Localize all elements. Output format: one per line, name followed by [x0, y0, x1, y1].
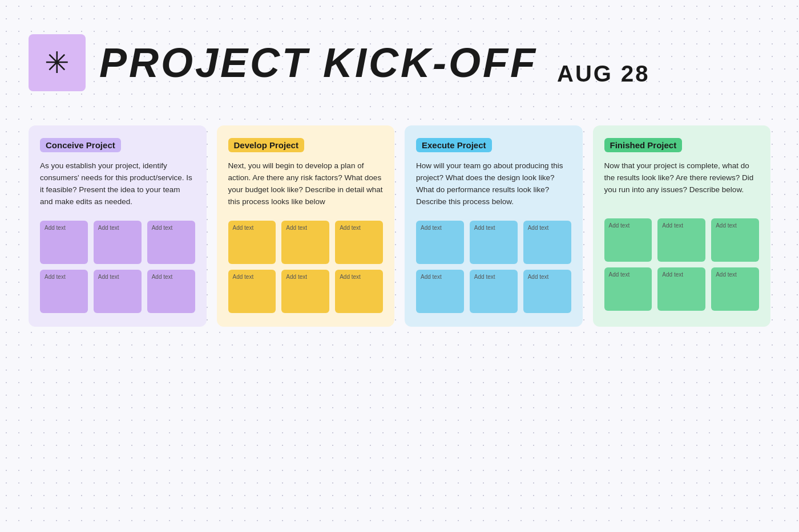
column-execute-header: Execute Project [416, 138, 492, 152]
note[interactable]: Add text [523, 270, 571, 313]
note-label: Add text [609, 222, 648, 229]
note[interactable]: Add text [416, 270, 464, 313]
note-label: Add text [233, 274, 272, 280]
note[interactable]: Add text [523, 221, 571, 264]
note[interactable]: Add text [147, 221, 195, 264]
note[interactable]: Add text [657, 218, 705, 262]
note[interactable]: Add text [335, 221, 383, 264]
note-label: Add text [98, 274, 137, 280]
column-conceive: Conceive Project As you establish your p… [29, 125, 207, 327]
column-execute-notes: Add text Add text Add text Add text Add … [416, 221, 571, 313]
star-icon: ✳ [45, 48, 70, 78]
column-conceive-description: As you establish your project, identify … [40, 160, 195, 208]
note-label: Add text [609, 271, 648, 278]
note-label: Add text [421, 225, 459, 231]
note-label: Add text [98, 225, 137, 231]
note[interactable]: Add text [604, 218, 652, 262]
note-label: Add text [340, 274, 378, 280]
note-label: Add text [474, 274, 513, 280]
note-label: Add text [286, 274, 325, 280]
note[interactable]: Add text [281, 221, 329, 264]
note-label: Add text [152, 225, 191, 231]
note[interactable]: Add text [470, 270, 518, 313]
note[interactable]: Add text [711, 267, 759, 311]
column-develop-notes: Add text Add text Add text Add text Add … [228, 221, 384, 313]
note-label: Add text [662, 222, 701, 229]
note[interactable]: Add text [147, 270, 195, 313]
column-conceive-header: Conceive Project [40, 138, 121, 152]
note-label: Add text [152, 274, 191, 280]
column-execute: Execute Project How will your team go ab… [405, 125, 583, 327]
note[interactable]: Add text [604, 267, 652, 311]
note-label: Add text [528, 274, 567, 280]
note-label: Add text [474, 225, 513, 231]
header-date: AUG 28 [557, 61, 650, 91]
columns-grid: Conceive Project As you establish your p… [29, 125, 770, 327]
column-develop-header: Develop Project [228, 138, 304, 152]
note[interactable]: Add text [470, 221, 518, 264]
note-label: Add text [716, 271, 754, 278]
page-title: PROJECT KICK-OFF [99, 39, 538, 86]
star-box: ✳ [29, 34, 86, 91]
note-label: Add text [286, 225, 325, 231]
note[interactable]: Add text [416, 221, 464, 264]
note-label: Add text [340, 225, 378, 231]
note[interactable]: Add text [40, 221, 88, 264]
column-finished-header: Finished Project [604, 138, 683, 152]
column-finished: Finished Project Now that your project i… [593, 125, 771, 327]
note[interactable]: Add text [94, 270, 142, 313]
note-label: Add text [662, 271, 701, 278]
note[interactable]: Add text [94, 221, 142, 264]
note-label: Add text [45, 225, 83, 231]
note[interactable]: Add text [228, 270, 276, 313]
column-conceive-notes: Add text Add text Add text Add text Add … [40, 221, 195, 313]
column-finished-description: Now that your project is complete, what … [604, 160, 760, 206]
note-label: Add text [233, 225, 272, 231]
header: ✳ PROJECT KICK-OFF AUG 28 [29, 23, 770, 103]
page-wrapper: ✳ PROJECT KICK-OFF AUG 28 Conceive Proje… [0, 0, 799, 350]
note[interactable]: Add text [657, 267, 705, 311]
note-label: Add text [421, 274, 459, 280]
note-label: Add text [716, 222, 754, 229]
column-execute-description: How will your team go about producing th… [416, 160, 571, 208]
note[interactable]: Add text [335, 270, 383, 313]
column-develop-description: Next, you will begin to develop a plan o… [228, 160, 384, 208]
note[interactable]: Add text [281, 270, 329, 313]
note[interactable]: Add text [711, 218, 759, 262]
note[interactable]: Add text [228, 221, 276, 264]
note-label: Add text [45, 274, 83, 280]
column-develop: Develop Project Next, you will begin to … [217, 125, 395, 327]
column-finished-notes: Add text Add text Add text Add text Add … [604, 218, 760, 311]
note[interactable]: Add text [40, 270, 88, 313]
note-label: Add text [528, 225, 567, 231]
